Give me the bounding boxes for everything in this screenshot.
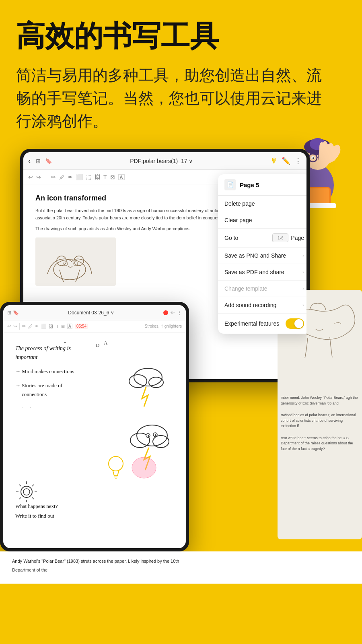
save-pdf-item[interactable]: Save as PDF and share ›: [218, 264, 306, 281]
more-options-icon[interactable]: ⋮: [294, 157, 302, 165]
svg-text:important: important: [15, 354, 38, 360]
microphone-icon[interactable]: 🎙: [270, 157, 278, 165]
st-text-icon[interactable]: T: [56, 324, 59, 329]
pdf-text-2: rtwined bodies of polar bears r, an inte…: [278, 409, 362, 432]
back-button[interactable]: ‹: [28, 156, 31, 165]
st-font-icon[interactable]: A: [67, 324, 72, 329]
document-title: PDF:polar bears(1)_17 ∨: [130, 158, 193, 164]
st-marker-icon[interactable]: ✒: [35, 324, 39, 329]
st-pencil-icon[interactable]: ✏: [22, 324, 26, 329]
delete-page-item[interactable]: Delete page: [218, 196, 306, 212]
svg-line-28: [19, 497, 21, 499]
marker-icon[interactable]: ✒: [68, 174, 73, 180]
second-drawing-toolbar: ↩ ↪ ✏ 🖊 ✒ ⬜ 🖼 T ⊠ A 05:54 Strokes, Highl…: [3, 320, 186, 332]
st-brush-icon[interactable]: 🖊: [28, 324, 33, 329]
page-label: Page: [291, 235, 304, 241]
pdf-text-1: mber mood. John Wesley, 'Polar Bears,' u…: [278, 392, 362, 409]
brush-icon[interactable]: 🖊: [59, 174, 65, 180]
toolbar-icons: ⊞ 🔖: [34, 157, 53, 165]
svg-text:Write it to find out: Write it to find out: [15, 513, 54, 519]
chevron-icon-2: ›: [302, 269, 304, 275]
menu-header: 📄 Page 5: [218, 174, 306, 196]
svg-text:→ Stories are made of: → Stories are made of: [15, 382, 63, 388]
change-template-label: Change template: [224, 285, 267, 292]
bookmark-icon[interactable]: 🔖: [45, 157, 53, 165]
clear-page-label: Clear page: [224, 217, 252, 223]
goto-controls: 1-6 Page: [272, 233, 304, 242]
context-menu: 📄 Page 5 Delete page Clear page Go to 1-…: [218, 174, 306, 334]
svg-line-27: [32, 485, 34, 486]
svg-point-16: [74, 256, 84, 266]
svg-point-37: [148, 435, 149, 437]
goto-page-item[interactable]: Go to 1-6 Page: [218, 229, 306, 248]
document-image: [35, 237, 116, 286]
pencil-icon[interactable]: ✏: [51, 174, 56, 180]
experimental-label: Experimental features: [224, 320, 279, 327]
svg-point-14: [53, 260, 86, 280]
st-more-icon[interactable]: ⋮: [177, 310, 182, 316]
bottom-section: Andy Warhol's "Polar Bear" (1983) struts…: [0, 551, 362, 584]
eraser-icon[interactable]: ⬜: [76, 174, 83, 180]
svg-text:The process of writing is: The process of writing is: [15, 345, 71, 351]
menu-header-title: Page 5: [240, 182, 259, 188]
st-image-icon[interactable]: 🖼: [49, 324, 53, 329]
save-pdf-label: Save as PDF and share: [224, 269, 284, 275]
save-png-item[interactable]: Save as PNG and Share ›: [218, 248, 306, 264]
svg-point-18: [74, 262, 78, 266]
undo-icon[interactable]: ↩: [28, 174, 33, 180]
experimental-toggle[interactable]: [286, 318, 304, 329]
redo-icon[interactable]: ↪: [36, 174, 41, 180]
experimental-item[interactable]: Experimental features: [218, 314, 306, 334]
pen-icon[interactable]: ✏️: [282, 157, 290, 165]
clear-page-item[interactable]: Clear page: [218, 212, 306, 229]
citation-text: Andy Warhol's "Polar Bear" (1983) struts…: [12, 559, 179, 564]
delete-page-label: Delete page: [224, 200, 255, 207]
second-tablet-inner: ⊞ 🔖 Document 03-26_6 ∨ ✏ ⋮ ↩ ↪ ✏ 🖊 ✒ ⬜ 🖼…: [3, 305, 186, 548]
svg-line-25: [19, 485, 21, 486]
change-template-item[interactable]: Change template ›: [218, 281, 306, 297]
toolbar-right: 🎙 ✏️ ⋮: [270, 157, 302, 165]
separator-1: [46, 173, 46, 181]
image-icon[interactable]: 🖼: [95, 174, 100, 180]
font-icon[interactable]: A: [118, 174, 125, 180]
svg-text:connections: connections: [22, 391, 47, 397]
chevron-icon-1: ›: [302, 253, 304, 258]
st-undo-icon[interactable]: ↩: [7, 324, 11, 329]
goto-input[interactable]: 1-6: [272, 233, 288, 242]
strokes-label: Strokes, Highlighters: [145, 324, 182, 328]
second-toolbar: ⊞ 🔖 Document 03-26_6 ∨ ✏ ⋮: [3, 305, 186, 320]
recording-timer: 05:54: [75, 324, 88, 329]
selection-icon[interactable]: ⬚: [86, 174, 91, 180]
bottom-citation: Andy Warhol's "Polar Bear" (1983) struts…: [12, 558, 350, 565]
text-box-icon[interactable]: T: [103, 174, 107, 180]
svg-line-26: [32, 497, 34, 499]
add-sound-label: Add sound recording: [224, 302, 276, 308]
svg-text:*: *: [64, 341, 66, 347]
st-eraser-icon[interactable]: ⬜: [41, 324, 47, 329]
st-pen-icon[interactable]: ✏: [171, 310, 175, 316]
svg-text:D: D: [96, 342, 99, 348]
svg-point-34: [153, 436, 169, 448]
st-separator: [19, 323, 20, 330]
pdf-text-3: reat white bear" seems to echo the he U.…: [278, 432, 362, 455]
st-grid-icon[interactable]: ⊞: [7, 310, 11, 316]
hero-description: 简洁与易用的多种工具，助您创造出自然、流畅的手写笔记。当然，您也可以使用云记来进…: [16, 64, 330, 133]
svg-point-19: [21, 486, 32, 497]
page-icon: 📄: [224, 179, 236, 190]
chevron-icon-4: ›: [302, 302, 304, 308]
st-redo-icon[interactable]: ↪: [13, 324, 17, 329]
crop-icon[interactable]: ⊠: [110, 174, 115, 180]
svg-text:What happens next?: What happens next?: [15, 503, 58, 509]
st-crop-icon[interactable]: ⊠: [61, 324, 65, 329]
svg-point-40: [109, 456, 123, 471]
svg-point-20: [23, 489, 30, 495]
save-png-label: Save as PNG and Share: [224, 252, 286, 259]
svg-point-30: [129, 375, 147, 388]
second-toolbar-icons: ⊞ 🔖: [7, 310, 19, 316]
second-doc-title: Document 03-26_6 ∨: [68, 310, 114, 316]
grid-icon[interactable]: ⊞: [34, 157, 42, 165]
add-sound-item[interactable]: Add sound recording ›: [218, 297, 306, 314]
hero-title: 高效的书写工具: [16, 20, 346, 52]
st-bookmark-icon[interactable]: 🔖: [13, 310, 19, 316]
svg-text:- - · - - · - -: - - · - - · - -: [15, 405, 37, 411]
